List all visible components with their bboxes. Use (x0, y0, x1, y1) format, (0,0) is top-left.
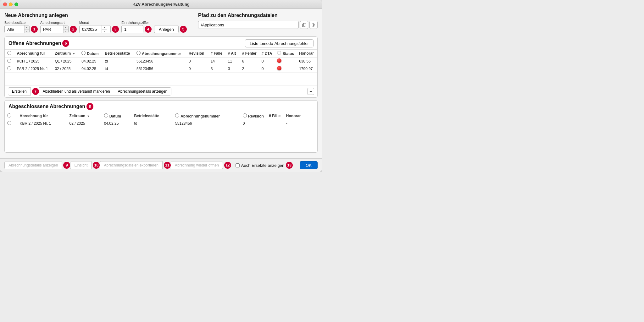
main-content: Neue Abrechnung anlegen Betriebsstätte A… (0, 9, 322, 158)
abrechnungsdetails-offene-button[interactable]: Abrechnungsdetails anzeigen (114, 87, 171, 96)
betriebsstaette-up[interactable]: ▲ (25, 25, 29, 30)
cell-revision-2: 0 (240, 120, 266, 127)
col-abrechnungsnummer: Abrechnungsnummer (134, 50, 186, 57)
select-all-radio-2[interactable] (7, 113, 11, 117)
sort-icon-2: ▼ (87, 115, 90, 118)
cell-abrechnung: KCH 1 / 2025 (14, 57, 52, 65)
export-button[interactable]: Abrechnungsdateien exportieren (100, 161, 162, 169)
badge-3: 3 (112, 26, 119, 33)
cell-faelle: 14 (208, 57, 225, 65)
betriebsstaette-label: Betriebsstätte (4, 21, 38, 25)
svg-point-2 (313, 24, 314, 25)
form-row: Betriebsstätte Alle ▲ ▼ 1 (4, 21, 198, 33)
ersetzte-label: Auch Ersetzte anzeigen (241, 163, 284, 168)
badge-7: 7 (32, 88, 39, 95)
anlegen-button[interactable]: Anlegen (154, 25, 179, 33)
abgeschlossene-abrechnungen-panel: Abgeschlossene Abrechnungen 8 Abrechnung… (4, 100, 318, 153)
abrechnungsart-select[interactable]: PAR ▲ ▼ (40, 25, 69, 33)
sort-icon: ▼ (72, 52, 75, 55)
abrechnungsart-down[interactable]: ▼ (64, 30, 68, 33)
row-select-radio[interactable] (7, 59, 11, 63)
wiederoffnen-button[interactable]: Abrechnung wieder öffnen (171, 161, 223, 169)
monat-down[interactable]: ▼ (102, 30, 107, 33)
col-revision: Revision (186, 50, 208, 57)
row-radio-2[interactable] (5, 120, 17, 127)
betriebsstaette-down[interactable]: ▼ (25, 30, 29, 33)
empty-row-2 (5, 127, 317, 152)
erstellen-button[interactable]: Erstellen (8, 87, 31, 96)
badge-2: 2 (70, 26, 77, 33)
cell-faelle-2 (266, 120, 284, 127)
liste-fehler-button[interactable]: Liste tomedo-Abrechnungsfehler (245, 39, 314, 47)
row-select-radio-2[interactable] (7, 121, 11, 125)
abgeschlossene-header-row: Abrechnung für Zeitraum ▼ Datum Betriebs… (5, 112, 317, 120)
betriebsstaette-arrows[interactable]: ▲ ▼ (24, 25, 29, 33)
col-status: Status (275, 50, 297, 57)
table-row[interactable]: PAR 2 / 2025 Nr. 1 02 / 2025 04.02.25 td… (5, 65, 317, 73)
col-zeitraum[interactable]: Zeitraum ▼ (52, 50, 79, 57)
col-extra (310, 112, 317, 120)
row-radio[interactable] (5, 65, 14, 73)
maximize-button[interactable] (14, 3, 18, 6)
col-dta: # DTA (259, 50, 275, 57)
badge-11: 11 (164, 162, 171, 169)
datum-radio-2[interactable] (104, 113, 108, 117)
einreichungsziffer-field: Einreichungsziffer 1 ▲ ▼ 4 (121, 21, 152, 33)
export-btn-wrapper: Abrechnungsdateien exportieren 11 (100, 161, 170, 169)
table-row[interactable]: KCH 1 / 2025 Q1 / 2025 04.02.25 td 55123… (5, 57, 317, 65)
einreichungsziffer-label: Einreichungsziffer (121, 21, 152, 25)
col-betriebsstaette: Betriebsstätte (102, 50, 134, 57)
select-status-radio[interactable] (277, 51, 281, 55)
abrechnungsart-up[interactable]: ▲ (64, 25, 68, 30)
cell-dta: 0 (259, 65, 275, 73)
offene-abrechnungen-panel: Offene Abrechnungen 6 Liste tomedo-Abrec… (4, 36, 318, 98)
col-honorar-2: Honorar (284, 112, 310, 120)
abrechnungsdetails-button[interactable]: Abrechnungsdetails anzeigen (4, 161, 62, 169)
monat-arrows: ▲ ▼ (102, 25, 107, 33)
select-abr-radio[interactable] (136, 51, 141, 55)
svg-rect-1 (303, 23, 306, 26)
col-zeitraum-2[interactable]: Zeitraum ▼ (67, 112, 101, 120)
monat-value[interactable]: 02/2025 (80, 25, 102, 33)
minimize-button[interactable] (9, 3, 13, 6)
offene-table-header-row: Abrechnung für Zeitraum ▼ Datum Betriebs… (5, 50, 317, 57)
revision-radio-2[interactable] (243, 113, 247, 117)
ersetzte-checkbox[interactable] (236, 163, 240, 167)
ok-button[interactable]: OK (300, 161, 318, 169)
pfad-input[interactable]: /Applications (198, 21, 299, 29)
cell-datum: 04.02.25 (79, 57, 102, 65)
badge-12: 12 (224, 162, 231, 169)
abschliessen-button[interactable]: Abschließen und als versandt markieren (39, 87, 114, 96)
table-row[interactable]: KBR 2 / 2025 Nr. 1 02 / 2025 04.02.25 td… (5, 120, 317, 127)
cell-abrechnungsnummer: 55123456 (134, 65, 186, 73)
betriebsstaette-select[interactable]: Alle ▲ ▼ (4, 25, 30, 33)
cell-datum: 04.02.25 (79, 65, 102, 73)
minus-button[interactable]: − (307, 88, 314, 95)
top-section: Neue Abrechnung anlegen Betriebsstätte A… (4, 13, 318, 33)
badge-6: 6 (62, 40, 69, 47)
monat-input[interactable]: 02/2025 ▲ ▼ (79, 25, 111, 33)
col-datum-2: Datum (102, 112, 132, 120)
select-all-radio-1[interactable] (7, 51, 11, 55)
abrechnungsart-arrows[interactable]: ▲ ▼ (63, 25, 68, 33)
abgeschlossene-title: Abgeschlossene Abrechnungen (8, 104, 85, 109)
pfad-copy-button[interactable] (300, 21, 308, 29)
close-button[interactable] (3, 3, 7, 6)
row-select-radio[interactable] (7, 66, 11, 70)
row-radio[interactable] (5, 57, 14, 65)
einreichungsziffer-value[interactable]: 1 (122, 25, 143, 33)
einsicht-button[interactable]: Einsicht (70, 161, 92, 169)
cell-fehler: 2 (240, 65, 259, 73)
abr-radio-2[interactable] (175, 113, 179, 117)
bottom-bar: Abrechnungsdetails anzeigen 9 Einsicht 1… (0, 158, 322, 172)
badge-5: 5 (180, 26, 187, 33)
pfad-settings-button[interactable] (309, 21, 318, 29)
select-datum-radio[interactable] (81, 51, 86, 55)
cell-alt: 11 (225, 57, 240, 65)
cell-extra (310, 120, 317, 127)
monat-up[interactable]: ▲ (102, 25, 107, 30)
col-radio-2 (5, 112, 17, 120)
neue-abrechnung-section: Neue Abrechnung anlegen Betriebsstätte A… (4, 13, 198, 33)
badge-4: 4 (145, 26, 152, 33)
einreichungsziffer-input[interactable]: 1 ▲ ▼ (121, 25, 143, 33)
